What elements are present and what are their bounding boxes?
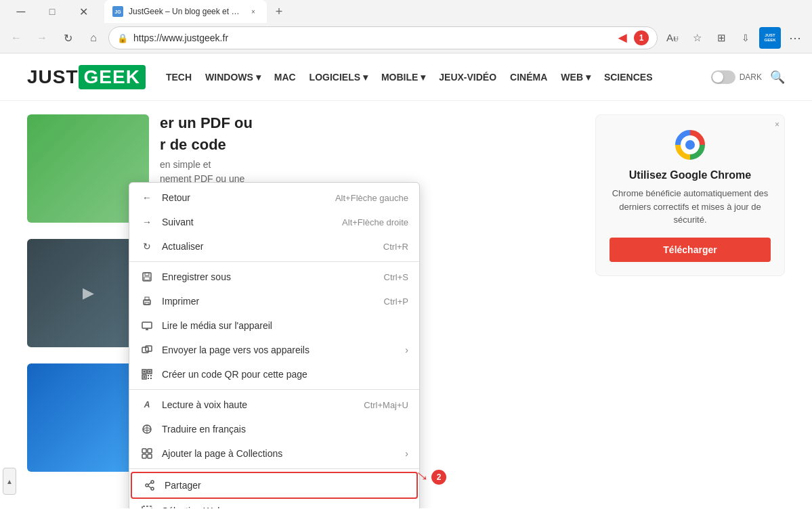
home-button[interactable]: ⌂ — [83, 27, 104, 49]
selection-icon — [140, 504, 154, 508]
menu-label-forward: Suivant — [162, 217, 334, 227]
menu-shortcut-read-aloud: Ctrl+Maj+U — [364, 400, 408, 410]
svg-rect-23 — [150, 378, 152, 379]
menu-label-share: Partager — [165, 480, 406, 491]
menu-label-reload: Actualiser — [162, 241, 375, 252]
browser-menu-button[interactable]: ⋯ — [784, 28, 807, 48]
menu-item-reload[interactable]: ↻ Actualiser Ctrl+R — [129, 234, 419, 259]
send-arrow-icon: › — [405, 345, 408, 355]
browser-chrome: ─ □ ✕ JG JustGeek – Un blog geek et high… — [0, 0, 812, 53]
tab-close-button[interactable]: × — [248, 6, 259, 17]
svg-rect-22 — [148, 378, 149, 379]
downloads-button[interactable]: ⇩ — [735, 27, 756, 49]
tab-bar: ─ □ ✕ JG JustGeek – Un blog geek et high… — [0, 0, 812, 23]
back-button[interactable]: ← — [5, 27, 27, 49]
menu-separator-1 — [129, 261, 419, 262]
forward-button[interactable]: → — [31, 27, 53, 49]
ad-download-button[interactable]: Télécharger — [610, 238, 771, 262]
svg-point-31 — [146, 484, 148, 487]
annotation-2: ↑ 2 — [419, 466, 446, 487]
svg-rect-5 — [144, 277, 150, 280]
menu-item-send[interactable]: Envoyer la page vers vos appareils › — [129, 338, 419, 362]
nav-tech[interactable]: TECH — [166, 72, 192, 83]
reload-button[interactable]: ↻ — [57, 27, 79, 49]
collections-button[interactable]: ⊞ — [710, 27, 732, 49]
menu-shortcut-reload: Ctrl+R — [383, 242, 408, 252]
qr-icon — [140, 368, 154, 381]
annotation-badge-1: 1 — [634, 30, 649, 45]
svg-point-2 — [685, 140, 695, 150]
new-tab-button[interactable]: + — [270, 2, 289, 21]
svg-rect-19 — [144, 376, 146, 378]
menu-label-qr: Créer un code QR pour cette page — [162, 369, 408, 380]
cast-icon — [140, 319, 154, 332]
page-content: JUSTGEEK TECH WINDOWS ▾ MAC LOGICIELS ▾ … — [0, 53, 812, 508]
context-menu: ← Retour Alt+Flèche gauche → Suivant Alt… — [129, 182, 420, 508]
ad-close-button[interactable]: × — [775, 120, 779, 129]
nav-sciences[interactable]: SCIENCES — [604, 72, 653, 83]
menu-shortcut-save: Ctrl+S — [384, 272, 408, 282]
menu-label-translate: Traduire en français — [162, 424, 408, 435]
read-aloud-button[interactable]: Aᵾ — [662, 27, 683, 49]
menu-item-collections[interactable]: Ajouter la page à Collections › — [129, 441, 419, 466]
svg-rect-20 — [148, 375, 149, 376]
site-header: JUSTGEEK TECH WINDOWS ▾ MAC LOGICIELS ▾ … — [0, 53, 812, 101]
menu-shortcut-print: Ctrl+P — [384, 296, 408, 307]
menu-separator-2 — [129, 389, 419, 390]
nav-mobile[interactable]: MOBILE ▾ — [381, 72, 425, 83]
url-input[interactable] — [133, 32, 604, 43]
menu-label-send: Envoyer la page vers vos appareils — [162, 345, 391, 355]
profile-button[interactable]: JUSTGEEK — [759, 27, 781, 49]
maximize-button[interactable]: □ — [37, 1, 68, 22]
menu-item-back[interactable]: ← Retour Alt+Flèche gauche — [129, 185, 419, 210]
browser-tab[interactable]: JG JustGeek – Un blog geek et high… × — [104, 0, 267, 23]
menu-item-selection[interactable]: Sélection Web Ctrl+Maj+X — [129, 499, 419, 508]
svg-rect-21 — [150, 375, 152, 376]
menu-item-cast[interactable]: Lire le média sur l'appareil — [129, 313, 419, 338]
toolbar-right: Aᵾ ☆ ⊞ ⇩ JUSTGEEK ⋯ — [662, 27, 807, 49]
svg-rect-27 — [148, 449, 152, 453]
svg-rect-8 — [145, 303, 149, 305]
sidebar-right: Utilisez Google Chrome Chrome bénéficie … — [595, 114, 785, 488]
menu-item-print[interactable]: Imprimer Ctrl+P — [129, 289, 419, 313]
svg-point-30 — [151, 481, 154, 483]
scroll-to-top-button[interactable]: ▲ — [3, 468, 16, 495]
menu-item-forward[interactable]: → Suivant Alt+Flèche droite — [129, 210, 419, 234]
dark-mode-toggle[interactable]: DARK — [711, 70, 762, 84]
search-button[interactable]: 🔍 — [770, 70, 785, 85]
svg-line-33 — [148, 483, 151, 485]
site-logo[interactable]: JUSTGEEK — [27, 65, 146, 89]
menu-separator-3 — [129, 468, 419, 469]
nav-logiciels[interactable]: LOGICIELS ▾ — [309, 72, 368, 83]
read-aloud-menu-icon: A — [140, 398, 154, 412]
nav-mac[interactable]: MAC — [274, 72, 296, 83]
menu-item-qr[interactable]: Créer un code QR pour cette page — [129, 362, 419, 386]
menu-item-read-aloud[interactable]: A Lecture à voix haute Ctrl+Maj+U — [129, 393, 419, 417]
menu-item-share[interactable]: Partager — [131, 472, 418, 499]
ad-text: Chrome bénéficie automatiquement des der… — [610, 187, 771, 227]
logo-geek: GEEK — [79, 65, 146, 89]
menu-shortcut-selection: Ctrl+Maj+X — [364, 506, 408, 509]
svg-point-32 — [151, 487, 154, 490]
address-bar[interactable]: 🔒 ◄ 1 — [108, 26, 658, 49]
nav-web[interactable]: WEB ▾ — [561, 72, 591, 83]
minimize-button[interactable]: ─ — [5, 1, 37, 22]
back-icon: ← — [140, 191, 154, 204]
nav-jeux-video[interactable]: JEUX-VIDÉO — [439, 72, 496, 83]
svg-line-34 — [148, 486, 151, 488]
menu-label-read-aloud: Lecture à voix haute — [162, 399, 356, 410]
browser-toolbar: ← → ↻ ⌂ 🔒 ◄ 1 Aᵾ ☆ ⊞ ⇩ JUSTGEEK ⋯ — [0, 23, 812, 53]
collections-menu-icon — [140, 447, 154, 460]
nav-cinema[interactable]: CINÉMA — [510, 72, 547, 83]
menu-item-save[interactable]: Enregistrer sous Ctrl+S — [129, 265, 419, 289]
close-button[interactable]: ✕ — [68, 1, 99, 22]
menu-item-translate[interactable]: Traduire en français — [129, 417, 419, 441]
toggle-switch[interactable] — [711, 70, 735, 84]
favorites-button[interactable]: ☆ — [686, 27, 708, 49]
toggle-knob — [712, 72, 723, 83]
annotation-arrow-1: ◄ — [615, 29, 630, 47]
menu-shortcut-back: Alt+Flèche gauche — [335, 193, 408, 203]
tab-favicon: JG — [112, 6, 123, 17]
svg-rect-28 — [142, 454, 146, 458]
nav-windows[interactable]: WINDOWS ▾ — [205, 72, 261, 83]
